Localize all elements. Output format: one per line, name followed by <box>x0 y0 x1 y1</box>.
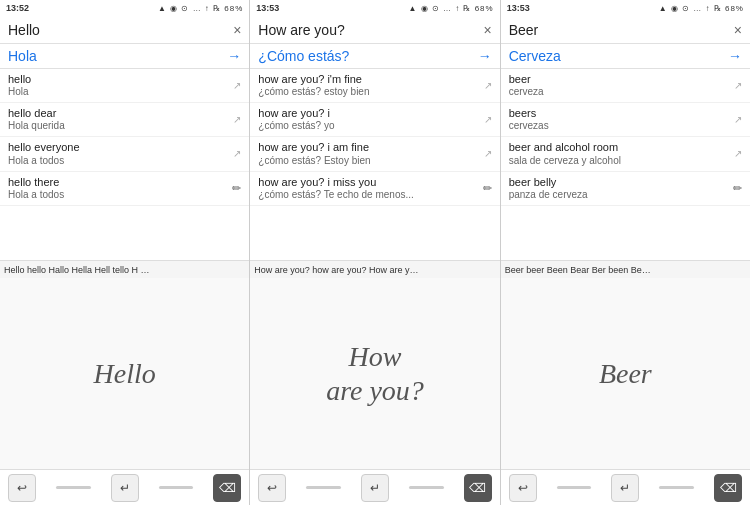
suggestion-icon-0-1: ↗ <box>233 114 241 125</box>
suggestion-icon-1-2: ↗ <box>484 148 492 159</box>
main-translation-1[interactable]: ¿Cómo estás? → <box>250 44 499 69</box>
slider-bar-2 <box>557 486 592 489</box>
suggestion-icon-2-3: ✏ <box>733 182 742 195</box>
suggestion-text-0-1: hello dear Hola querida <box>8 107 65 132</box>
panel-2: 13:53 ▲ ◉ ⊙ … ↑ ℞ 68% Beer × Cerveza → b… <box>501 0 750 505</box>
suggestion-secondary-1-3: ¿cómo estás? Te echo de menos... <box>258 189 413 201</box>
suggestion-item-1-0[interactable]: how are you? i'm fine ¿cómo estás? estoy… <box>250 69 499 103</box>
suggestion-primary-0-1: hello dear <box>8 107 65 120</box>
suggestion-secondary-0-2: Hola a todos <box>8 155 80 167</box>
suggestions-1: how are you? i'm fine ¿cómo estás? estoy… <box>250 69 499 260</box>
suggestion-text-1-3: how are you? i miss you ¿cómo estás? Te … <box>258 176 413 201</box>
slider-bar2-0 <box>159 486 194 489</box>
suggestion-secondary-1-2: ¿cómo estás? Estoy bien <box>258 155 370 167</box>
panel-header-2: Beer × <box>501 16 750 44</box>
suggestion-item-0-2[interactable]: hello everyone Hola a todos ↗ <box>0 137 249 171</box>
suggestions-0: hello Hola ↗ hello dear Hola querida ↗ h… <box>0 69 249 260</box>
suggestion-item-0-1[interactable]: hello dear Hola querida ↗ <box>0 103 249 137</box>
kb-suggestions-0[interactable]: Hello hello Hallo Hella Hell tello H … <box>0 260 249 278</box>
suggestion-item-1-2[interactable]: how are you? i am fine ¿cómo estás? Esto… <box>250 137 499 171</box>
suggestion-primary-2-2: beer and alcohol room <box>509 141 621 154</box>
suggestion-primary-2-3: beer belly <box>509 176 588 189</box>
arrow-icon-1: → <box>478 48 492 64</box>
handwritten-text-2: Beer <box>599 357 652 391</box>
main-text-1: ¿Cómo estás? <box>258 48 349 64</box>
suggestion-item-1-1[interactable]: how are you? i ¿cómo estás? yo ↗ <box>250 103 499 137</box>
handwriting-area-2[interactable]: Beer <box>501 278 750 469</box>
bottom-toolbar-1: ↩ ↵ ⌫ <box>250 469 499 505</box>
suggestion-secondary-0-0: Hola <box>8 86 31 98</box>
slider-bar-1 <box>306 486 341 489</box>
suggestion-item-0-0[interactable]: hello Hola ↗ <box>0 69 249 103</box>
suggestion-item-1-3[interactable]: how are you? i miss you ¿cómo estás? Te … <box>250 172 499 206</box>
panel-header-1: How are you? × <box>250 16 499 44</box>
suggestion-primary-1-2: how are you? i am fine <box>258 141 370 154</box>
close-button-0[interactable]: × <box>233 22 241 38</box>
handwriting-area-1[interactable]: How are you? <box>250 278 499 469</box>
kb-suggestions-1[interactable]: How are you? how are you? How are y… <box>250 260 499 278</box>
suggestion-secondary-2-1: cervezas <box>509 120 549 132</box>
handwriting-area-0[interactable]: Hello <box>0 278 249 469</box>
undo-button-2[interactable]: ↩ <box>509 474 537 502</box>
suggestion-primary-1-3: how are you? i miss you <box>258 176 413 189</box>
delete-button-0[interactable]: ⌫ <box>213 474 241 502</box>
suggestion-item-2-0[interactable]: beer cerveza ↗ <box>501 69 750 103</box>
delete-button-1[interactable]: ⌫ <box>464 474 492 502</box>
bottom-toolbar-2: ↩ ↵ ⌫ <box>501 469 750 505</box>
enter-button-1[interactable]: ↵ <box>361 474 389 502</box>
close-button-1[interactable]: × <box>483 22 491 38</box>
handwritten-text-0: Hello <box>94 357 156 391</box>
arrow-icon-2: → <box>728 48 742 64</box>
panel-0: 13:52 ▲ ◉ ⊙ … ↑ ℞ 68% Hello × Hola → hel… <box>0 0 250 505</box>
suggestion-text-0-3: hello there Hola a todos <box>8 176 64 201</box>
suggestion-secondary-2-2: sala de cerveza y alcohol <box>509 155 621 167</box>
status-icons-0: ▲ ◉ ⊙ … ↑ ℞ 68% <box>158 4 243 13</box>
status-time-0: 13:52 <box>6 3 29 13</box>
handwritten-text-1: How are you? <box>326 340 424 407</box>
suggestion-primary-0-0: hello <box>8 73 31 86</box>
suggestion-primary-1-1: how are you? i <box>258 107 334 120</box>
enter-button-2[interactable]: ↵ <box>611 474 639 502</box>
suggestion-secondary-2-0: cerveza <box>509 86 544 98</box>
suggestion-primary-0-3: hello there <box>8 176 64 189</box>
delete-button-2[interactable]: ⌫ <box>714 474 742 502</box>
status-time-1: 13:53 <box>256 3 279 13</box>
arrow-icon-0: → <box>227 48 241 64</box>
suggestion-secondary-0-3: Hola a todos <box>8 189 64 201</box>
suggestion-item-2-3[interactable]: beer belly panza de cerveza ✏ <box>501 172 750 206</box>
status-bar-2: 13:53 ▲ ◉ ⊙ … ↑ ℞ 68% <box>501 0 750 16</box>
suggestion-icon-2-2: ↗ <box>734 148 742 159</box>
suggestion-text-0-0: hello Hola <box>8 73 31 98</box>
suggestion-text-1-0: how are you? i'm fine ¿cómo estás? estoy… <box>258 73 369 98</box>
suggestion-icon-2-0: ↗ <box>734 80 742 91</box>
suggestion-item-2-2[interactable]: beer and alcohol room sala de cerveza y … <box>501 137 750 171</box>
suggestion-primary-2-1: beers <box>509 107 549 120</box>
suggestion-secondary-2-3: panza de cerveza <box>509 189 588 201</box>
kb-suggestions-2[interactable]: Beer beer Been Bear Ber been Be… <box>501 260 750 278</box>
slider-bar2-2 <box>659 486 694 489</box>
suggestion-text-1-1: how are you? i ¿cómo estás? yo <box>258 107 334 132</box>
suggestion-item-0-3[interactable]: hello there Hola a todos ✏ <box>0 172 249 206</box>
main-translation-2[interactable]: Cerveza → <box>501 44 750 69</box>
slider-bar2-1 <box>409 486 444 489</box>
enter-button-0[interactable]: ↵ <box>111 474 139 502</box>
panel-title-2: Beer <box>509 22 539 38</box>
main-translation-0[interactable]: Hola → <box>0 44 249 69</box>
undo-button-0[interactable]: ↩ <box>8 474 36 502</box>
panel-1: 13:53 ▲ ◉ ⊙ … ↑ ℞ 68% How are you? × ¿Có… <box>250 0 500 505</box>
suggestion-primary-0-2: hello everyone <box>8 141 80 154</box>
suggestion-primary-2-0: beer <box>509 73 544 86</box>
suggestion-item-2-1[interactable]: beers cervezas ↗ <box>501 103 750 137</box>
undo-button-1[interactable]: ↩ <box>258 474 286 502</box>
status-time-2: 13:53 <box>507 3 530 13</box>
panel-header-0: Hello × <box>0 16 249 44</box>
bottom-toolbar-0: ↩ ↵ ⌫ <box>0 469 249 505</box>
close-button-2[interactable]: × <box>734 22 742 38</box>
status-bar-0: 13:52 ▲ ◉ ⊙ … ↑ ℞ 68% <box>0 0 249 16</box>
suggestion-secondary-0-1: Hola querida <box>8 120 65 132</box>
status-icons-1: ▲ ◉ ⊙ … ↑ ℞ 68% <box>408 4 493 13</box>
suggestion-icon-1-3: ✏ <box>483 182 492 195</box>
suggestion-icon-2-1: ↗ <box>734 114 742 125</box>
status-icons-2: ▲ ◉ ⊙ … ↑ ℞ 68% <box>659 4 744 13</box>
panel-title-0: Hello <box>8 22 40 38</box>
